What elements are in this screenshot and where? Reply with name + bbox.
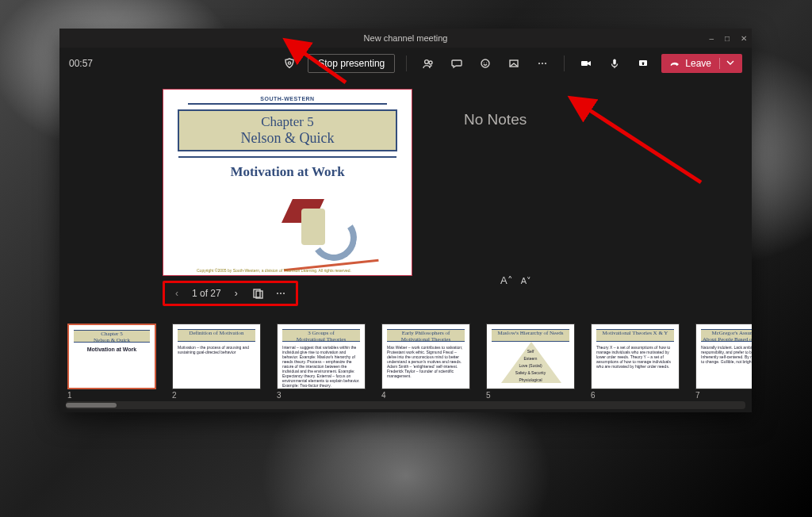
leave-button[interactable]: Leave: [661, 54, 742, 73]
window-close-button[interactable]: ✕: [741, 34, 747, 43]
svg-point-7: [538, 63, 540, 64]
slide-logo: SOUTH-WESTERN: [163, 96, 412, 101]
svg-point-17: [283, 293, 285, 294]
meeting-timer: 00:57: [69, 58, 93, 69]
thumbnail-number: 2: [172, 391, 261, 400]
svg-point-5: [486, 62, 487, 63]
mic-icon[interactable]: [604, 53, 625, 74]
thumbnail[interactable]: Early Philosophers of Motivational Theor…: [381, 324, 470, 400]
thumbnail[interactable]: Maslow's Hierarchy of NeedsSelf Esteem L…: [486, 324, 575, 400]
thumbnails: Chapter 5 Nelson & QuickMotivation at Wo…: [59, 320, 752, 400]
svg-point-2: [429, 61, 432, 64]
svg-point-16: [280, 293, 282, 294]
next-slide-button[interactable]: ›: [229, 286, 243, 301]
svg-line-19: [588, 109, 701, 182]
titlebar: New channel meeting – □ ✕: [59, 29, 752, 48]
font-increase-button[interactable]: A˄: [500, 274, 513, 286]
reactions-icon[interactable]: [475, 53, 496, 74]
thumbnail[interactable]: Motivational Theories X & YTheory X – a …: [591, 324, 680, 400]
svg-point-8: [542, 63, 543, 64]
privacy-shield-icon[interactable]: [279, 53, 300, 74]
thumbnail[interactable]: 3 Groups of Motivational TheoriesInterna…: [277, 324, 366, 400]
more-icon[interactable]: [532, 53, 553, 74]
svg-rect-10: [581, 61, 588, 66]
svg-point-1: [425, 60, 429, 64]
thumbnail-strip: Chapter 5 Nelson & QuickMotivation at Wo…: [59, 320, 752, 412]
camera-icon[interactable]: [576, 53, 596, 74]
svg-line-18: [303, 52, 346, 82]
slide-more-icon[interactable]: [274, 286, 288, 301]
slide-area: SOUTH-WESTERN Chapter 5 Nelson & Quick M…: [59, 79, 400, 320]
notes-font-size: A˄ A˅: [500, 274, 531, 286]
svg-point-9: [545, 63, 546, 64]
thumbnail[interactable]: McGregor's Assumptions About People Base…: [695, 324, 752, 400]
chat-icon[interactable]: [446, 53, 467, 74]
leave-label: Leave: [685, 58, 711, 69]
meeting-toolbar: 00:57 Stop presenting: [59, 48, 752, 79]
meeting-window: New channel meeting – □ ✕ 00:57 Stop pre…: [59, 29, 752, 412]
chevron-down-icon[interactable]: [719, 58, 734, 69]
svg-point-15: [277, 293, 278, 294]
slide-title: Motivation at Work: [163, 164, 412, 180]
share-icon[interactable]: [633, 53, 653, 74]
thumbnail[interactable]: Chapter 5 Nelson & QuickMotivation at Wo…: [67, 324, 156, 400]
slide-chapter: Chapter 5: [179, 114, 396, 130]
thumbnail[interactable]: Definition of MotivationMotivation – the…: [172, 324, 261, 400]
thumbnail-number: 3: [277, 391, 366, 400]
thumbnail-number: 4: [381, 391, 470, 400]
window-maximize-button[interactable]: □: [725, 34, 730, 43]
thumbnail-number: 6: [591, 391, 680, 400]
svg-point-4: [484, 62, 485, 63]
thumb-scrollbar[interactable]: [66, 401, 745, 409]
window-minimize-button[interactable]: –: [709, 34, 714, 43]
annotation-arrow-2: [582, 103, 709, 193]
annotation-arrow-1: [298, 48, 354, 90]
font-decrease-button[interactable]: A˅: [521, 276, 531, 286]
thumbnail-number: 5: [486, 391, 575, 400]
slide-chapter-box: Chapter 5 Nelson & Quick: [178, 109, 397, 151]
svg-rect-11: [614, 59, 616, 65]
window-controls: – □ ✕: [709, 29, 747, 48]
thumbnail-number: 7: [695, 391, 752, 400]
scrollbar-handle[interactable]: [66, 403, 117, 408]
people-icon[interactable]: [418, 53, 439, 74]
slide-authors: Nelson & Quick: [179, 130, 396, 147]
rooms-icon[interactable]: [504, 53, 524, 74]
slide-counter: 1 of 27: [192, 288, 221, 299]
current-slide[interactable]: SOUTH-WESTERN Chapter 5 Nelson & Quick M…: [163, 89, 412, 276]
svg-point-0: [289, 62, 291, 64]
window-title: New channel meeting: [364, 33, 448, 43]
slide-art: [266, 193, 385, 272]
slide-copyright: Copyright ©2005 by South-Western, a divi…: [197, 268, 351, 273]
layout-icon[interactable]: [251, 286, 266, 301]
svg-point-3: [481, 59, 489, 67]
prev-slide-button[interactable]: ‹: [170, 286, 184, 301]
slide-nav: ‹ 1 of 27 ›: [163, 281, 298, 306]
thumbnail-number: 1: [67, 391, 156, 400]
hangup-icon: [669, 58, 680, 69]
